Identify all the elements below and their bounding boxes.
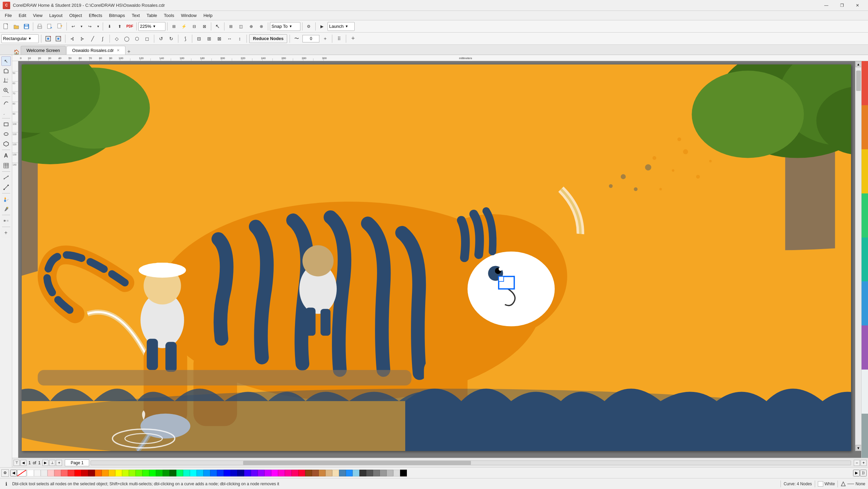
tool-add-page[interactable]: + — [1, 228, 11, 238]
palette-scroll-right2[interactable]: ⟩⟩ — [860, 470, 867, 476]
color-r8[interactable] — [862, 370, 868, 414]
tool-ind-btn[interactable]: ⚙ — [1, 469, 9, 477]
color-r9[interactable] — [862, 414, 868, 458]
remove-node-btn[interactable]: − — [54, 34, 63, 43]
tool-pen[interactable] — [1, 108, 11, 117]
tool-zoom[interactable] — [1, 86, 11, 95]
tool-eyedropper[interactable] — [1, 204, 11, 214]
symmetrical-btn[interactable]: ⬡ — [133, 34, 141, 43]
tab-add-button[interactable]: + — [127, 49, 131, 55]
scroll-up-btn[interactable]: ▲ — [855, 61, 862, 67]
color-r7[interactable] — [862, 325, 868, 370]
tool-connector[interactable] — [1, 183, 11, 192]
tab-file[interactable]: Oswaldo Rosales.cdr ✕ — [66, 46, 125, 55]
zoom-in-btn[interactable]: + — [861, 460, 867, 466]
launch-icon[interactable]: ▶ — [317, 22, 327, 31]
shape-tool-dropdown[interactable]: Rectangular ▼ — [1, 34, 39, 43]
pdf-button[interactable]: PDF — [125, 22, 135, 31]
tool-polygon[interactable] — [1, 139, 11, 149]
canvas-area[interactable]: ▲ ▼ — [18, 61, 861, 458]
extend-curve-btn[interactable]: ↻ — [167, 34, 176, 43]
add-node-btn[interactable]: + — [44, 34, 53, 43]
palette-scroll-right[interactable]: ▶ — [853, 470, 860, 476]
tool-text[interactable]: A — [1, 151, 11, 161]
color-r3[interactable] — [862, 149, 868, 193]
view-btn3[interactable]: ⊟ — [190, 22, 199, 31]
h-scroll-track[interactable] — [91, 460, 851, 465]
page-next-btn[interactable]: ▶ — [42, 460, 48, 466]
view-btn4[interactable]: ⊠ — [200, 22, 209, 31]
zoom-out-btn[interactable]: − — [854, 460, 860, 466]
pal-white[interactable] — [27, 470, 34, 476]
menu-file[interactable]: File — [1, 12, 15, 19]
tool-table[interactable] — [1, 161, 11, 170]
guides-btn[interactable]: ⊕ — [246, 22, 256, 31]
minimize-button[interactable]: — — [818, 0, 834, 11]
zoom-dropdown[interactable]: 225% ▼ — [138, 22, 165, 31]
node-align-h-btn[interactable]: ⊟ — [195, 34, 203, 43]
menu-help[interactable]: Help — [200, 12, 216, 19]
dynamic-guides-btn[interactable]: ⊗ — [257, 22, 266, 31]
align-down-button[interactable]: ⬇ — [105, 22, 114, 31]
node-mirror-v-btn[interactable]: ↕ — [235, 34, 244, 43]
scroll-down-btn[interactable]: ▼ — [855, 445, 862, 451]
wave-icon-btn[interactable]: 〜 — [292, 34, 301, 43]
redo-dropdown[interactable]: ▼ — [95, 22, 101, 31]
h-scroll-thumb[interactable] — [243, 461, 471, 465]
export-button[interactable] — [55, 22, 65, 31]
add-page-btn[interactable]: + — [56, 460, 62, 466]
snap-to-dropdown[interactable]: Snap To ▼ — [270, 22, 300, 31]
node-align-v-btn[interactable]: ⊞ — [205, 34, 214, 43]
node-mirror-h-btn[interactable]: ↔ — [225, 34, 234, 43]
node-dots-btn[interactable]: ⠿ — [335, 34, 343, 43]
page-start-btn[interactable]: ⊤ — [14, 460, 20, 466]
smooth-btn[interactable]: ◯ — [122, 34, 131, 43]
color-r5[interactable] — [862, 238, 868, 282]
menu-text[interactable]: Text — [128, 12, 143, 19]
settings-btn[interactable]: ⚙ — [304, 22, 314, 31]
menu-edit[interactable]: Edit — [15, 12, 29, 19]
import-button[interactable] — [45, 22, 55, 31]
close-button[interactable]: ✕ — [850, 0, 865, 11]
color-r4[interactable] — [862, 193, 868, 238]
break-curve-btn[interactable]: ⊰ — [68, 34, 77, 43]
join-curve-btn[interactable]: ⊱ — [78, 34, 87, 43]
reverse-curve-btn[interactable]: ↺ — [157, 34, 165, 43]
save-button[interactable] — [22, 22, 31, 31]
palette-scroll-left[interactable]: ◀ — [10, 470, 17, 476]
tool-pick[interactable]: ↖ — [1, 56, 11, 66]
tool-ellipse[interactable] — [1, 129, 11, 139]
menu-layout[interactable]: Layout — [46, 12, 66, 19]
restore-button[interactable]: ❐ — [834, 0, 850, 11]
menu-table[interactable]: Table — [143, 12, 160, 19]
page-prev-btn[interactable]: ◀ — [20, 460, 26, 466]
menu-object[interactable]: Object — [66, 12, 85, 19]
color-r1[interactable] — [862, 61, 868, 105]
outline-indicator[interactable]: None — [841, 481, 865, 487]
tool-freehand[interactable] — [1, 98, 11, 107]
page-end-btn[interactable]: ⊥ — [49, 460, 55, 466]
tab-home-icon[interactable]: 🏠 — [14, 49, 19, 55]
grid-btn[interactable]: ⊞ — [226, 22, 236, 31]
line-btn[interactable]: ◻ — [143, 34, 152, 43]
page-tab[interactable]: Page 1 — [65, 459, 89, 466]
tool-rectangle[interactable] — [1, 119, 11, 129]
snap-btn[interactable]: ◫ — [236, 22, 246, 31]
undo-dropdown[interactable]: ▼ — [79, 22, 84, 31]
node-threshold-input[interactable] — [302, 35, 319, 42]
cusp-btn[interactable]: ◇ — [112, 34, 121, 43]
color-r2[interactable] — [862, 105, 868, 149]
print-button[interactable] — [35, 22, 44, 31]
view-btn1[interactable]: ⊞ — [169, 22, 179, 31]
new-button[interactable] — [1, 22, 11, 31]
node-threshold-plus-btn[interactable]: ＋ — [321, 34, 330, 43]
add-node-plus-btn[interactable]: + — [349, 34, 357, 43]
launch-dropdown[interactable]: Launch ▼ — [328, 22, 355, 31]
tool-shape[interactable] — [1, 66, 11, 76]
redo-button[interactable]: ↪ — [85, 22, 95, 31]
view-btn2[interactable]: ⚡ — [179, 22, 189, 31]
tab-welcome[interactable]: Welcome Screen — [21, 46, 66, 55]
menu-effects[interactable]: Effects — [85, 12, 106, 19]
menu-bitmaps[interactable]: Bitmaps — [105, 12, 128, 19]
color-r6[interactable] — [862, 281, 868, 325]
